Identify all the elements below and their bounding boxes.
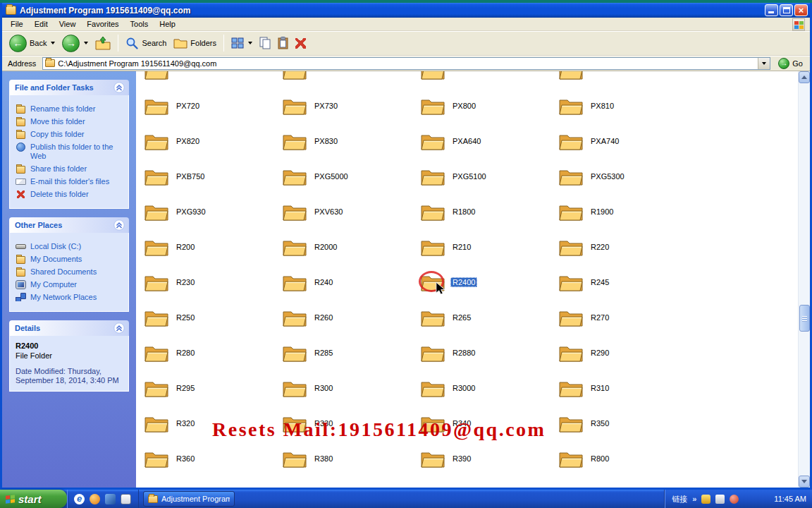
folder-label[interactable]: R380 (312, 454, 335, 464)
views-dropdown-icon[interactable] (248, 42, 252, 44)
folder-item[interactable]: R2400 (418, 265, 556, 300)
folder-label[interactable]: R295 (174, 383, 197, 393)
folder-label[interactable]: R270 (589, 313, 611, 322)
folder-label[interactable]: R300 (312, 383, 335, 393)
quick-launch-icon[interactable] (105, 494, 116, 504)
views-button[interactable] (228, 36, 255, 50)
folder-icon[interactable] (283, 272, 307, 292)
task-item[interactable]: Rename this folder (16, 104, 123, 114)
folder-icon[interactable] (283, 343, 307, 363)
folder-icon[interactable] (559, 237, 583, 257)
place-label[interactable]: My Documents (30, 255, 82, 264)
task-label[interactable]: E-mail this folder's files (30, 177, 109, 186)
folder-item[interactable]: PX720 (142, 88, 280, 123)
task-item[interactable]: Move this folder (16, 117, 123, 126)
folder-icon[interactable] (283, 449, 307, 468)
folder-item[interactable] (280, 476, 418, 488)
menu-item[interactable]: Tools (125, 18, 154, 30)
folder-label[interactable]: R2400 (450, 277, 477, 287)
folder-icon[interactable] (283, 484, 307, 488)
folder-item[interactable]: PX830 (280, 123, 418, 159)
scroll-up-button[interactable] (799, 71, 810, 83)
folder-label[interactable]: PXV630 (312, 207, 345, 217)
folder-item[interactable]: R2880 (418, 335, 556, 370)
folder-label[interactable]: R340 (450, 418, 473, 428)
go-button[interactable]: → Go (774, 58, 807, 69)
tray-icon[interactable] (744, 495, 753, 504)
folder-icon[interactable] (559, 484, 583, 488)
task-label[interactable]: Copy this folder (30, 130, 84, 139)
back-dropdown-icon[interactable] (51, 42, 55, 44)
scroll-thumb[interactable] (799, 305, 810, 332)
back-button[interactable]: ← Back (6, 33, 58, 54)
collapse-chevron-icon[interactable] (113, 82, 125, 93)
folder-icon[interactable] (421, 167, 445, 186)
place-item[interactable]: Local Disk (C:) (16, 242, 123, 251)
folder-label[interactable]: R330 (312, 418, 335, 428)
folder-icon[interactable] (283, 308, 307, 327)
folder-label[interactable]: R1900 (589, 207, 615, 217)
place-item[interactable]: My Network Places (16, 293, 123, 302)
folder-icon[interactable] (283, 167, 307, 186)
menu-item[interactable]: View (54, 18, 82, 30)
folder-icon[interactable] (144, 131, 168, 151)
folder-label[interactable]: R265 (450, 313, 473, 322)
folder-item[interactable]: R250 (142, 300, 280, 335)
folder-label[interactable]: R320 (174, 418, 197, 428)
folder-icon[interactable] (559, 167, 583, 186)
task-label[interactable]: Publish this folder to the Web (30, 143, 123, 161)
folder-icon[interactable] (421, 378, 445, 398)
folder-icon[interactable] (144, 71, 168, 80)
tray-icon[interactable] (701, 495, 710, 504)
folder-label[interactable]: R220 (589, 242, 611, 252)
folder-label[interactable]: R280 (174, 348, 197, 358)
folder-icon[interactable] (144, 237, 168, 257)
folder-icon[interactable] (421, 96, 445, 116)
folder-item[interactable]: PX800 (418, 88, 556, 123)
folder-label[interactable]: PXA640 (450, 136, 483, 146)
place-label[interactable]: My Network Places (30, 293, 97, 302)
menu-item[interactable]: Help (154, 18, 181, 30)
folder-item[interactable]: PXB750 (142, 159, 280, 194)
task-label[interactable]: Delete this folder (30, 190, 89, 199)
menu-item[interactable]: File (5, 18, 29, 30)
folder-icon[interactable] (421, 484, 445, 488)
folder-label[interactable]: R350 (589, 418, 611, 428)
folder-icon[interactable] (421, 131, 445, 151)
folder-label[interactable]: PX720 (174, 101, 202, 111)
folder-item[interactable]: R240 (280, 265, 418, 300)
folder-label[interactable]: PX810 (589, 101, 616, 111)
folder-item[interactable]: PXG5000 (280, 159, 418, 194)
place-label[interactable]: Local Disk (C:) (30, 242, 81, 251)
folder-icon[interactable] (559, 131, 583, 151)
folder-item[interactable]: PXG5100 (418, 159, 556, 194)
show-desktop-icon[interactable] (121, 494, 131, 504)
folder-icon[interactable] (283, 378, 307, 398)
collapse-chevron-icon[interactable] (113, 219, 125, 231)
folder-item[interactable]: R1900 (556, 194, 694, 229)
folder-item[interactable]: PXA640 (418, 123, 556, 159)
folder-label[interactable]: PXG5300 (589, 171, 627, 181)
minimize-button[interactable] (765, 4, 778, 16)
scroll-down-button[interactable] (799, 476, 810, 488)
folder-label[interactable]: R800 (589, 454, 611, 464)
panel-header[interactable]: File and Folder Tasks (9, 80, 129, 95)
tray-icon[interactable] (730, 495, 739, 504)
folder-icon[interactable] (559, 413, 583, 433)
close-button[interactable]: × (794, 4, 808, 16)
content-area[interactable]: PX720 (136, 71, 798, 488)
task-label[interactable]: Share this folder (30, 164, 87, 174)
folder-icon[interactable] (144, 272, 168, 292)
tray-icon[interactable] (715, 495, 725, 504)
folder-label[interactable]: PX800 (450, 101, 478, 111)
place-item[interactable]: My Documents (16, 255, 123, 264)
folder-item[interactable]: R260 (280, 300, 418, 335)
folder-label[interactable]: R230 (174, 277, 197, 287)
folder-label[interactable]: R285 (312, 348, 335, 358)
folder-item[interactable]: PXV630 (280, 194, 418, 229)
clock[interactable]: 11:45 AM (772, 495, 806, 503)
folder-item[interactable]: R230 (142, 265, 280, 300)
title-bar[interactable]: Adjustment Program 1915611409@qq.com × (2, 3, 810, 18)
place-item[interactable]: Shared Documents (16, 267, 123, 277)
task-item[interactable]: Copy this folder (16, 130, 123, 139)
